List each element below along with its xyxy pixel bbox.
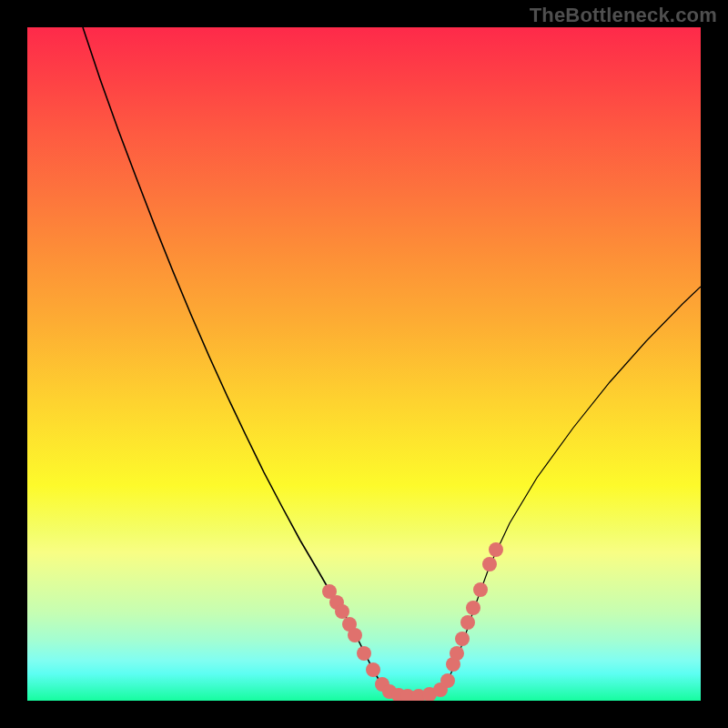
data-marker (440, 673, 455, 688)
curve-layer (27, 27, 701, 701)
data-marker (482, 557, 497, 571)
chart-container: TheBottleneck.com (0, 0, 728, 728)
data-marker (450, 646, 464, 661)
data-marker (489, 542, 503, 557)
data-marker (366, 662, 380, 677)
data-marker (335, 604, 349, 619)
data-marker (460, 615, 475, 630)
data-marker (473, 582, 488, 597)
data-markers (322, 542, 503, 701)
data-marker (348, 628, 362, 642)
plot-area (27, 27, 701, 701)
left-arm-curve (83, 27, 387, 690)
data-marker (357, 646, 371, 661)
data-marker (466, 601, 480, 615)
data-marker (455, 632, 470, 646)
watermark-text: TheBottleneck.com (530, 4, 717, 27)
right-arm-curve (441, 287, 701, 690)
